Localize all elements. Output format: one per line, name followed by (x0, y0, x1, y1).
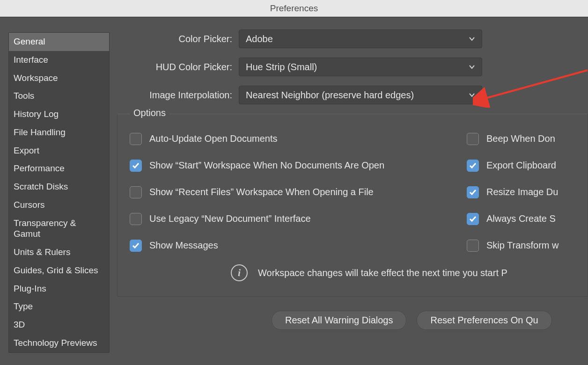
preferences-dialog: General Interface Workspace Tools Histor… (0, 17, 588, 365)
sidebar-item-general[interactable]: General (9, 33, 109, 51)
sidebar-item-file-handling[interactable]: File Handling (9, 124, 109, 142)
options-legend: Options (130, 108, 169, 118)
checkbox-icon[interactable] (467, 133, 479, 145)
sidebar-item-plug-ins[interactable]: Plug-Ins (9, 280, 109, 298)
sidebar-item-units-rulers[interactable]: Units & Rulers (9, 243, 109, 262)
options-column-right: Beep When Don Export Clipboard Resize Im… (467, 125, 575, 259)
sidebar-item-cursors[interactable]: Cursors (9, 196, 109, 214)
sidebar-item-export[interactable]: Export (9, 142, 109, 160)
reset-warnings-button[interactable]: Reset All Warning Dialogs (272, 311, 406, 330)
checkbox-label: Show “Recent Files” Workspace When Openi… (149, 187, 374, 197)
info-icon: i (231, 264, 248, 281)
checkbox-icon[interactable] (467, 240, 479, 252)
sidebar-item-3d[interactable]: 3D (9, 316, 109, 334)
row-hud-color-picker: HUD Color Picker: Hue Strip (Small) (117, 58, 588, 76)
sidebar-item-technology-previews[interactable]: Technology Previews (9, 334, 109, 352)
row-color-picker: Color Picker: Adobe (117, 29, 588, 48)
checkbox-label: Skip Transform w (486, 240, 559, 251)
info-row: i Workspace changes will take effect the… (130, 264, 575, 281)
option-auto-update[interactable]: Auto-Update Open Documents (130, 125, 467, 152)
select-image-interpolation[interactable]: Nearest Neighbor (preserve hard edges) (239, 86, 482, 104)
sidebar-item-workspace[interactable]: Workspace (9, 69, 109, 88)
chevron-down-icon (469, 64, 475, 70)
checkbox-label: Export Clipboard (486, 160, 556, 171)
chevron-down-icon (469, 92, 475, 98)
checkbox-icon[interactable] (467, 160, 479, 172)
checkbox-label: Auto-Update Open Documents (149, 133, 278, 144)
label-hud-color-picker: HUD Color Picker: (117, 62, 239, 73)
select-value: Adobe (246, 34, 273, 44)
options-group: Options Auto-Update Open Documents Show … (117, 114, 588, 297)
reset-preferences-button[interactable]: Reset Preferences On Qu (417, 311, 551, 330)
option-beep-when-done[interactable]: Beep When Don (467, 125, 575, 152)
chevron-down-icon (469, 36, 475, 42)
checkbox-icon[interactable] (130, 213, 142, 225)
option-show-recent-files[interactable]: Show “Recent Files” Workspace When Openi… (130, 179, 467, 205)
checkbox-label: Show “Start” Workspace When No Documents… (149, 160, 384, 171)
option-show-messages[interactable]: Show Messages (130, 232, 467, 259)
checkbox-icon[interactable] (130, 240, 142, 252)
preferences-content: Color Picker: Adobe HUD Color Picker: Hu… (117, 29, 588, 365)
label-image-interpolation: Image Interpolation: (117, 90, 239, 101)
option-legacy-new-document[interactable]: Use Legacy “New Document” Interface (130, 205, 467, 232)
sidebar-item-type[interactable]: Type (9, 298, 109, 316)
sidebar-item-performance[interactable]: Performance (9, 160, 109, 178)
checkbox-icon[interactable] (467, 186, 479, 198)
option-resize-image-during[interactable]: Resize Image Du (467, 179, 575, 205)
options-columns: Auto-Update Open Documents Show “Start” … (130, 125, 575, 259)
button-row: Reset All Warning Dialogs Reset Preferen… (117, 311, 588, 330)
select-hud-color-picker[interactable]: Hue Strip (Small) (239, 58, 482, 76)
checkbox-label: Beep When Don (486, 133, 555, 144)
checkbox-label: Resize Image Du (486, 187, 558, 197)
sidebar-item-transparency-gamut[interactable]: Transparency & Gamut (9, 214, 109, 244)
checkbox-icon[interactable] (130, 160, 142, 172)
checkbox-icon[interactable] (130, 133, 142, 145)
options-column-left: Auto-Update Open Documents Show “Start” … (130, 125, 467, 259)
option-skip-transform[interactable]: Skip Transform w (467, 232, 575, 259)
select-color-picker[interactable]: Adobe (239, 29, 482, 48)
option-export-clipboard[interactable]: Export Clipboard (467, 152, 575, 179)
sidebar-item-history-log[interactable]: History Log (9, 105, 109, 124)
preferences-sidebar: General Interface Workspace Tools Histor… (8, 32, 110, 353)
info-text: Workspace changes will take effect the n… (258, 268, 507, 278)
sidebar-item-tools[interactable]: Tools (9, 87, 109, 105)
window-title: Preferences (270, 3, 318, 14)
sidebar-item-interface[interactable]: Interface (9, 51, 109, 69)
option-always-create-smart[interactable]: Always Create S (467, 205, 575, 232)
checkbox-label: Use Legacy “New Document” Interface (149, 213, 311, 224)
checkbox-icon[interactable] (130, 186, 142, 198)
row-image-interpolation: Image Interpolation: Nearest Neighbor (p… (117, 86, 588, 104)
sidebar-item-scratch-disks[interactable]: Scratch Disks (9, 178, 109, 196)
sidebar-item-guides-grid-slices[interactable]: Guides, Grid & Slices (9, 262, 109, 280)
checkbox-icon[interactable] (467, 213, 479, 225)
select-value: Hue Strip (Small) (246, 62, 317, 73)
checkbox-label: Always Create S (486, 213, 556, 224)
label-color-picker: Color Picker: (117, 34, 239, 44)
select-value: Nearest Neighbor (preserve hard edges) (246, 90, 414, 101)
option-show-start-workspace[interactable]: Show “Start” Workspace When No Documents… (130, 152, 467, 179)
checkbox-label: Show Messages (149, 240, 218, 251)
window-titlebar: Preferences (0, 0, 588, 17)
